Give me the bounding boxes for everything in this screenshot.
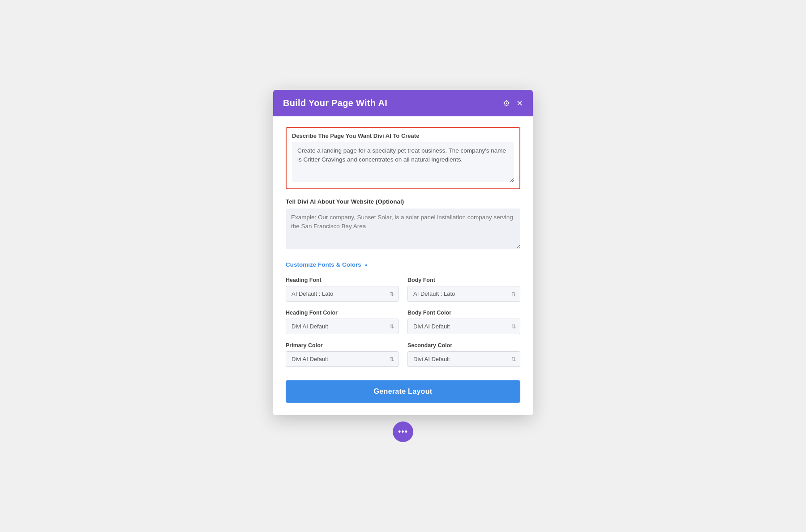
body-font-color-label: Body Font Color bbox=[407, 310, 520, 316]
gear-icon[interactable]: ⚙ bbox=[503, 98, 510, 108]
close-icon[interactable]: ✕ bbox=[516, 98, 523, 108]
heading-font-color-select[interactable]: Divi AI DefaultCustom bbox=[286, 319, 399, 334]
primary-color-label: Primary Color bbox=[286, 342, 399, 349]
describe-textarea[interactable]: Create a landing page for a specialty pe… bbox=[292, 142, 514, 182]
header-actions: ⚙ ✕ bbox=[503, 98, 523, 108]
modal-body: Describe The Page You Want Divi AI To Cr… bbox=[273, 116, 533, 415]
primary-color-group: Primary Color Divi AI DefaultCustom ⇅ bbox=[286, 342, 399, 367]
primary-color-select-wrapper: Divi AI DefaultCustom ⇅ bbox=[286, 351, 399, 367]
floating-menu-button[interactable]: ••• bbox=[393, 421, 413, 442]
secondary-color-select-wrapper: Divi AI DefaultCustom ⇅ bbox=[407, 351, 520, 367]
heading-font-color-select-wrapper: Divi AI DefaultCustom ⇅ bbox=[286, 319, 399, 334]
heading-font-group: Heading Font AI Default : LatoCustomOpen… bbox=[286, 277, 399, 302]
describe-label: Describe The Page You Want Divi AI To Cr… bbox=[292, 132, 514, 139]
floating-dots-icon: ••• bbox=[398, 427, 408, 437]
heading-font-label: Heading Font bbox=[286, 277, 399, 283]
font-color-grid: Heading Font AI Default : LatoCustomOpen… bbox=[286, 277, 520, 367]
website-label: Tell Divi AI About Your Website (Optiona… bbox=[286, 198, 520, 205]
body-font-select-wrapper: AI Default : LatoCustomOpen SansRobotoMo… bbox=[407, 286, 520, 302]
customize-label: Customize Fonts & Colors bbox=[286, 261, 361, 268]
body-font-select[interactable]: AI Default : LatoCustomOpen SansRobotoMo… bbox=[407, 286, 520, 302]
page-wrapper: Build Your Page With AI ⚙ ✕ Describe The… bbox=[273, 90, 533, 442]
modal: Build Your Page With AI ⚙ ✕ Describe The… bbox=[273, 90, 533, 415]
website-textarea[interactable] bbox=[286, 209, 520, 249]
customize-toggle[interactable]: Customize Fonts & Colors ▲ bbox=[286, 261, 520, 268]
modal-header: Build Your Page With AI ⚙ ✕ bbox=[273, 90, 533, 116]
heading-font-select[interactable]: AI Default : LatoCustomOpen SansRobotoMo… bbox=[286, 286, 399, 302]
body-font-color-select[interactable]: Divi AI DefaultCustom bbox=[407, 319, 520, 334]
website-section: Tell Divi AI About Your Website (Optiona… bbox=[286, 198, 520, 251]
heading-font-color-label: Heading Font Color bbox=[286, 310, 399, 316]
toggle-arrow-icon: ▲ bbox=[364, 262, 369, 267]
secondary-color-group: Secondary Color Divi AI DefaultCustom ⇅ bbox=[407, 342, 520, 367]
describe-section: Describe The Page You Want Divi AI To Cr… bbox=[286, 127, 520, 189]
heading-font-color-group: Heading Font Color Divi AI DefaultCustom… bbox=[286, 310, 399, 334]
body-font-label: Body Font bbox=[407, 277, 520, 283]
body-font-color-group: Body Font Color Divi AI DefaultCustom ⇅ bbox=[407, 310, 520, 334]
secondary-color-label: Secondary Color bbox=[407, 342, 520, 349]
heading-font-select-wrapper: AI Default : LatoCustomOpen SansRobotoMo… bbox=[286, 286, 399, 302]
primary-color-select[interactable]: Divi AI DefaultCustom bbox=[286, 351, 399, 367]
body-font-color-select-wrapper: Divi AI DefaultCustom ⇅ bbox=[407, 319, 520, 334]
secondary-color-select[interactable]: Divi AI DefaultCustom bbox=[407, 351, 520, 367]
generate-layout-button[interactable]: Generate Layout bbox=[286, 380, 520, 403]
body-font-group: Body Font AI Default : LatoCustomOpen Sa… bbox=[407, 277, 520, 302]
modal-title: Build Your Page With AI bbox=[283, 98, 387, 108]
